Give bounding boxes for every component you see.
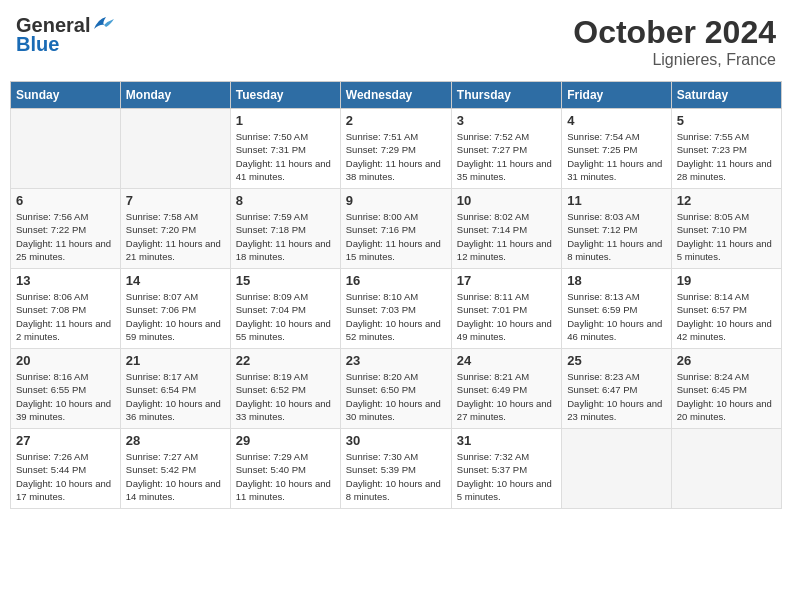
day-info: Sunrise: 8:21 AM Sunset: 6:49 PM Dayligh…: [457, 370, 556, 423]
calendar-cell: [120, 109, 230, 189]
day-info: Sunrise: 8:05 AM Sunset: 7:10 PM Dayligh…: [677, 210, 776, 263]
weekday-header-cell: Friday: [562, 82, 671, 109]
calendar-cell: 2Sunrise: 7:51 AM Sunset: 7:29 PM Daylig…: [340, 109, 451, 189]
calendar-cell: 16Sunrise: 8:10 AM Sunset: 7:03 PM Dayli…: [340, 269, 451, 349]
calendar-cell: 12Sunrise: 8:05 AM Sunset: 7:10 PM Dayli…: [671, 189, 781, 269]
day-info: Sunrise: 7:32 AM Sunset: 5:37 PM Dayligh…: [457, 450, 556, 503]
day-info: Sunrise: 7:27 AM Sunset: 5:42 PM Dayligh…: [126, 450, 225, 503]
day-info: Sunrise: 8:09 AM Sunset: 7:04 PM Dayligh…: [236, 290, 335, 343]
calendar-week-row: 27Sunrise: 7:26 AM Sunset: 5:44 PM Dayli…: [11, 429, 782, 509]
calendar-cell: 27Sunrise: 7:26 AM Sunset: 5:44 PM Dayli…: [11, 429, 121, 509]
day-info: Sunrise: 8:03 AM Sunset: 7:12 PM Dayligh…: [567, 210, 665, 263]
month-title: October 2024: [573, 14, 776, 51]
day-info: Sunrise: 8:14 AM Sunset: 6:57 PM Dayligh…: [677, 290, 776, 343]
calendar-cell: 8Sunrise: 7:59 AM Sunset: 7:18 PM Daylig…: [230, 189, 340, 269]
calendar-cell: 14Sunrise: 8:07 AM Sunset: 7:06 PM Dayli…: [120, 269, 230, 349]
day-number: 6: [16, 193, 115, 208]
calendar-cell: 15Sunrise: 8:09 AM Sunset: 7:04 PM Dayli…: [230, 269, 340, 349]
day-number: 28: [126, 433, 225, 448]
day-number: 11: [567, 193, 665, 208]
day-number: 13: [16, 273, 115, 288]
day-number: 9: [346, 193, 446, 208]
weekday-header-cell: Sunday: [11, 82, 121, 109]
calendar-cell: 10Sunrise: 8:02 AM Sunset: 7:14 PM Dayli…: [451, 189, 561, 269]
day-info: Sunrise: 7:26 AM Sunset: 5:44 PM Dayligh…: [16, 450, 115, 503]
calendar-cell: [11, 109, 121, 189]
day-info: Sunrise: 8:13 AM Sunset: 6:59 PM Dayligh…: [567, 290, 665, 343]
calendar-cell: 19Sunrise: 8:14 AM Sunset: 6:57 PM Dayli…: [671, 269, 781, 349]
day-info: Sunrise: 7:29 AM Sunset: 5:40 PM Dayligh…: [236, 450, 335, 503]
day-number: 25: [567, 353, 665, 368]
day-info: Sunrise: 7:59 AM Sunset: 7:18 PM Dayligh…: [236, 210, 335, 263]
title-block: October 2024 Lignieres, France: [573, 14, 776, 69]
calendar-table: SundayMondayTuesdayWednesdayThursdayFrid…: [10, 81, 782, 509]
day-number: 12: [677, 193, 776, 208]
day-info: Sunrise: 8:11 AM Sunset: 7:01 PM Dayligh…: [457, 290, 556, 343]
day-number: 17: [457, 273, 556, 288]
day-number: 22: [236, 353, 335, 368]
day-number: 8: [236, 193, 335, 208]
logo-blue: Blue: [16, 33, 59, 56]
calendar-cell: 28Sunrise: 7:27 AM Sunset: 5:42 PM Dayli…: [120, 429, 230, 509]
calendar-cell: 26Sunrise: 8:24 AM Sunset: 6:45 PM Dayli…: [671, 349, 781, 429]
day-info: Sunrise: 8:07 AM Sunset: 7:06 PM Dayligh…: [126, 290, 225, 343]
day-number: 21: [126, 353, 225, 368]
day-number: 2: [346, 113, 446, 128]
calendar-cell: 7Sunrise: 7:58 AM Sunset: 7:20 PM Daylig…: [120, 189, 230, 269]
day-number: 19: [677, 273, 776, 288]
calendar-cell: 1Sunrise: 7:50 AM Sunset: 7:31 PM Daylig…: [230, 109, 340, 189]
day-info: Sunrise: 8:06 AM Sunset: 7:08 PM Dayligh…: [16, 290, 115, 343]
day-number: 31: [457, 433, 556, 448]
day-info: Sunrise: 8:16 AM Sunset: 6:55 PM Dayligh…: [16, 370, 115, 423]
calendar-cell: 30Sunrise: 7:30 AM Sunset: 5:39 PM Dayli…: [340, 429, 451, 509]
calendar-week-row: 13Sunrise: 8:06 AM Sunset: 7:08 PM Dayli…: [11, 269, 782, 349]
calendar-cell: 11Sunrise: 8:03 AM Sunset: 7:12 PM Dayli…: [562, 189, 671, 269]
day-info: Sunrise: 8:17 AM Sunset: 6:54 PM Dayligh…: [126, 370, 225, 423]
calendar-cell: [562, 429, 671, 509]
weekday-header-cell: Saturday: [671, 82, 781, 109]
day-info: Sunrise: 7:50 AM Sunset: 7:31 PM Dayligh…: [236, 130, 335, 183]
calendar-cell: 20Sunrise: 8:16 AM Sunset: 6:55 PM Dayli…: [11, 349, 121, 429]
day-number: 15: [236, 273, 335, 288]
day-info: Sunrise: 7:56 AM Sunset: 7:22 PM Dayligh…: [16, 210, 115, 263]
day-number: 30: [346, 433, 446, 448]
day-number: 7: [126, 193, 225, 208]
day-info: Sunrise: 7:55 AM Sunset: 7:23 PM Dayligh…: [677, 130, 776, 183]
day-info: Sunrise: 7:30 AM Sunset: 5:39 PM Dayligh…: [346, 450, 446, 503]
day-number: 26: [677, 353, 776, 368]
day-info: Sunrise: 7:54 AM Sunset: 7:25 PM Dayligh…: [567, 130, 665, 183]
day-number: 20: [16, 353, 115, 368]
calendar-cell: 5Sunrise: 7:55 AM Sunset: 7:23 PM Daylig…: [671, 109, 781, 189]
day-number: 10: [457, 193, 556, 208]
calendar-cell: 9Sunrise: 8:00 AM Sunset: 7:16 PM Daylig…: [340, 189, 451, 269]
calendar-cell: 3Sunrise: 7:52 AM Sunset: 7:27 PM Daylig…: [451, 109, 561, 189]
day-number: 24: [457, 353, 556, 368]
weekday-header-cell: Wednesday: [340, 82, 451, 109]
day-number: 29: [236, 433, 335, 448]
logo-bird-icon: [92, 15, 114, 33]
weekday-header-cell: Tuesday: [230, 82, 340, 109]
day-info: Sunrise: 8:23 AM Sunset: 6:47 PM Dayligh…: [567, 370, 665, 423]
page-header: General Blue October 2024 Lignieres, Fra…: [10, 10, 782, 73]
day-number: 27: [16, 433, 115, 448]
day-info: Sunrise: 8:00 AM Sunset: 7:16 PM Dayligh…: [346, 210, 446, 263]
day-info: Sunrise: 8:24 AM Sunset: 6:45 PM Dayligh…: [677, 370, 776, 423]
day-info: Sunrise: 7:52 AM Sunset: 7:27 PM Dayligh…: [457, 130, 556, 183]
day-info: Sunrise: 8:19 AM Sunset: 6:52 PM Dayligh…: [236, 370, 335, 423]
calendar-cell: 13Sunrise: 8:06 AM Sunset: 7:08 PM Dayli…: [11, 269, 121, 349]
calendar-body: 1Sunrise: 7:50 AM Sunset: 7:31 PM Daylig…: [11, 109, 782, 509]
day-number: 5: [677, 113, 776, 128]
logo: General Blue: [16, 14, 114, 56]
calendar-cell: 21Sunrise: 8:17 AM Sunset: 6:54 PM Dayli…: [120, 349, 230, 429]
weekday-header-cell: Monday: [120, 82, 230, 109]
calendar-cell: 22Sunrise: 8:19 AM Sunset: 6:52 PM Dayli…: [230, 349, 340, 429]
weekday-header-cell: Thursday: [451, 82, 561, 109]
day-number: 4: [567, 113, 665, 128]
calendar-cell: 29Sunrise: 7:29 AM Sunset: 5:40 PM Dayli…: [230, 429, 340, 509]
day-info: Sunrise: 8:20 AM Sunset: 6:50 PM Dayligh…: [346, 370, 446, 423]
day-info: Sunrise: 7:51 AM Sunset: 7:29 PM Dayligh…: [346, 130, 446, 183]
calendar-cell: 23Sunrise: 8:20 AM Sunset: 6:50 PM Dayli…: [340, 349, 451, 429]
day-number: 3: [457, 113, 556, 128]
day-number: 23: [346, 353, 446, 368]
calendar-week-row: 20Sunrise: 8:16 AM Sunset: 6:55 PM Dayli…: [11, 349, 782, 429]
